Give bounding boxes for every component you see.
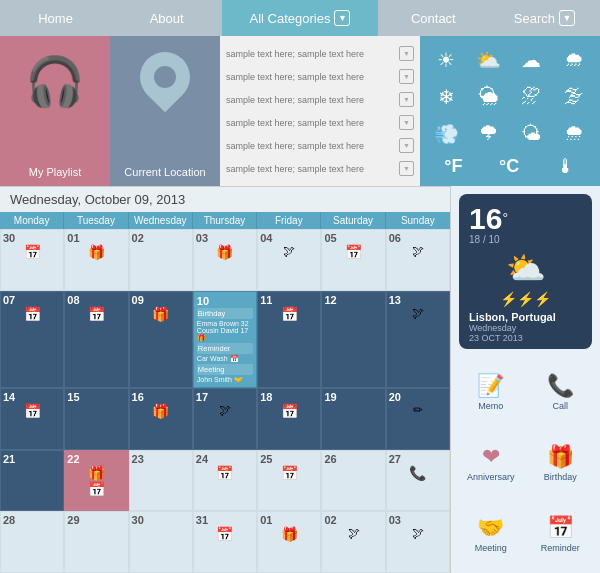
weather-blizzard-icon: 🌨 <box>554 116 595 151</box>
text-row-1[interactable]: sample text here; sample text here ▼ <box>226 46 414 61</box>
table-row[interactable]: 23 <box>129 450 193 512</box>
memo-label: Memo <box>478 401 503 411</box>
table-row[interactable]: 28 <box>0 511 64 573</box>
shortcut-memo[interactable]: 📝 Memo <box>459 359 523 424</box>
widget-text-list: sample text here; sample text here ▼ sam… <box>220 36 420 186</box>
text-row-4[interactable]: sample text here; sample text here ▼ <box>226 115 414 130</box>
table-row[interactable]: 24 📅 <box>193 450 257 512</box>
weather-storm-icon: 🌩 <box>469 116 510 151</box>
unit-celsius[interactable]: °C <box>499 156 519 177</box>
table-row[interactable]: 25 📅 <box>257 450 321 512</box>
table-row[interactable]: 31 📅 <box>193 511 257 573</box>
calendar-header: Wednesday, October 09, 2013 <box>0 186 450 212</box>
nav-item-home[interactable]: Home <box>0 0 111 36</box>
weather-cloud-icon: ☁ <box>511 42 552 77</box>
weather-fog-icon: 🌫 <box>554 79 595 114</box>
table-row[interactable]: 27 📞 <box>386 450 450 512</box>
text-chevron-icon-2[interactable]: ▼ <box>399 69 414 84</box>
cal-week-2: 07 📅 08 📅 09 🎁 10 Birthday Emma Brown 32… <box>0 291 450 388</box>
nav-item-categories[interactable]: All Categories ▼ <box>222 0 378 36</box>
widget-location[interactable]: Current Location <box>110 36 220 186</box>
table-row[interactable]: 05 📅 <box>321 229 385 291</box>
widget-weather: ☀ ⛅ ☁ 🌧 ❄ 🌦 ⛈ 🌫 💨 🌩 🌤 🌨 °F °C 🌡 <box>420 36 600 186</box>
reminder-label: Reminder <box>541 543 580 553</box>
nav-item-about[interactable]: About <box>111 0 222 36</box>
text-row-6[interactable]: sample text here; sample text here ▼ <box>226 161 414 176</box>
table-row[interactable]: 30 📅 <box>0 229 64 291</box>
day-tuesday: Tuesday <box>64 212 128 229</box>
table-row[interactable]: 26 <box>321 450 385 512</box>
table-row[interactable]: 02 🕊 <box>321 511 385 573</box>
location-pin-icon <box>138 52 192 106</box>
table-row[interactable]: 15 <box>64 388 128 450</box>
day-monday: Monday <box>0 212 64 229</box>
table-row[interactable]: 19 <box>321 388 385 450</box>
phone-cloud-icon: ⛅ <box>469 249 582 287</box>
cal-week-1: 30 📅 01 🎁 02 03 🎁 04 🕊 05 📅 <box>0 229 450 291</box>
phone-date: 23 OCT 2013 <box>469 333 582 343</box>
phone-day: Wednesday <box>469 323 582 333</box>
weather-thunder-icon: ⛈ <box>511 79 552 114</box>
phone-temp-range: 18 / 10 <box>469 234 508 245</box>
table-row[interactable]: 11 📅 <box>257 291 321 388</box>
phone-temp: 16 <box>469 202 502 235</box>
text-chevron-icon-3[interactable]: ▼ <box>399 92 414 107</box>
table-row[interactable]: 29 <box>64 511 128 573</box>
text-chevron-icon-6[interactable]: ▼ <box>399 161 414 176</box>
table-row[interactable]: 20 ✏ <box>386 388 450 450</box>
weather-sun-icon: ☀ <box>426 42 467 77</box>
widget-playlist[interactable]: 🎧 My Playlist <box>0 36 110 186</box>
playlist-label: My Playlist <box>29 166 82 178</box>
cal-active-cell[interactable]: 10 Birthday Emma Brown 32 Cousin David 1… <box>193 291 257 388</box>
table-row[interactable]: 22 🎁 📅 <box>64 450 128 512</box>
weather-wind-icon: 💨 <box>426 116 467 151</box>
calendar-days-header: Monday Tuesday Wednesday Thursday Friday… <box>0 212 450 229</box>
table-row[interactable]: 06 🕊 <box>386 229 450 291</box>
text-row-5[interactable]: sample text here; sample text here ▼ <box>226 138 414 153</box>
anniversary-label: Anniversary <box>467 472 515 482</box>
text-chevron-icon-4[interactable]: ▼ <box>399 115 414 130</box>
calendar: Wednesday, October 09, 2013 Monday Tuesd… <box>0 186 450 573</box>
headphones-icon: 🎧 <box>25 58 85 106</box>
phone-widget: 16° 18 / 10 ⛅ ⚡⚡⚡ Lisbon, Portugal Wedne… <box>459 194 592 349</box>
call-icon: 📞 <box>547 373 574 399</box>
table-row[interactable]: 13 🕊 <box>386 291 450 388</box>
table-row[interactable]: 03 🕊 <box>386 511 450 573</box>
table-row[interactable]: 08 📅 <box>64 291 128 388</box>
gift-icon: 🎁 <box>547 444 574 470</box>
table-row[interactable]: 02 <box>129 229 193 291</box>
table-row[interactable]: 30 <box>129 511 193 573</box>
text-chevron-icon-5[interactable]: ▼ <box>399 138 414 153</box>
shortcut-reminder[interactable]: 📅 Reminder <box>529 502 593 567</box>
shortcut-anniversary[interactable]: ❤ Anniversary <box>459 430 523 495</box>
cal-week-4: 21 22 🎁 📅 23 24 📅 25 📅 26 27 <box>0 450 450 512</box>
memo-icon: 📝 <box>477 373 504 399</box>
table-row[interactable]: 01 🎁 <box>257 511 321 573</box>
text-row-3[interactable]: sample text here; sample text here ▼ <box>226 92 414 107</box>
table-row[interactable]: 17 🕊 <box>193 388 257 450</box>
heart-icon: ❤ <box>482 444 500 470</box>
text-row-2[interactable]: sample text here; sample text here ▼ <box>226 69 414 84</box>
weather-shower-icon: 🌦 <box>469 79 510 114</box>
shortcut-meeting[interactable]: 🤝 Meeting <box>459 502 523 567</box>
table-row[interactable]: 04 🕊 <box>257 229 321 291</box>
cal-week-5: 28 29 30 31 📅 01 🎁 02 🕊 03 🕊 <box>0 511 450 573</box>
table-row[interactable]: 01 🎁 <box>64 229 128 291</box>
nav-item-contact[interactable]: Contact <box>378 0 489 36</box>
table-row[interactable]: 12 <box>321 291 385 388</box>
table-row[interactable]: 18 📅 <box>257 388 321 450</box>
table-row[interactable]: 16 🎁 <box>129 388 193 450</box>
table-row[interactable]: 09 🎁 <box>129 291 193 388</box>
unit-fahrenheit[interactable]: °F <box>444 156 462 177</box>
phone-city: Lisbon, Portugal <box>469 311 582 323</box>
table-row[interactable]: 03 🎁 <box>193 229 257 291</box>
table-row[interactable]: 21 <box>0 450 64 512</box>
handshake-icon: 🤝 <box>477 515 504 541</box>
table-row[interactable]: 07 📅 <box>0 291 64 388</box>
right-panel: 16° 18 / 10 ⛅ ⚡⚡⚡ Lisbon, Portugal Wedne… <box>450 186 600 573</box>
text-chevron-icon-1[interactable]: ▼ <box>399 46 414 61</box>
nav-item-search[interactable]: Search ▼ <box>489 0 600 36</box>
table-row[interactable]: 14 📅 <box>0 388 64 450</box>
shortcut-call[interactable]: 📞 Call <box>529 359 593 424</box>
shortcut-birthday[interactable]: 🎁 Birthday <box>529 430 593 495</box>
